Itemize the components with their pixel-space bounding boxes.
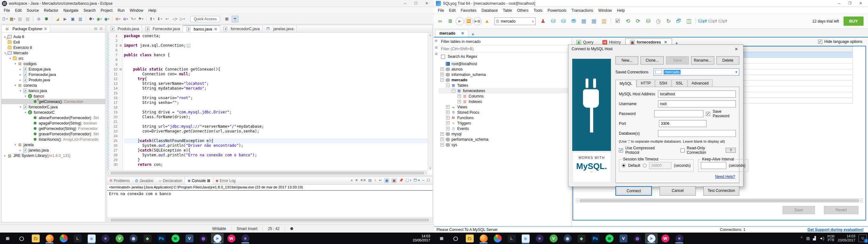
- external-tools-icon[interactable]: ✱▾: [88, 16, 95, 23]
- timeout-input[interactable]: [649, 162, 671, 169]
- table-data-icon[interactable]: ▦: [589, 17, 598, 26]
- refresh-icon[interactable]: ⟳: [633, 17, 643, 26]
- menu-file[interactable]: File: [435, 8, 446, 13]
- restore-icon[interactable]: ⊡: [100, 27, 103, 31]
- editor-hscrollbar[interactable]: ‹›: [107, 170, 428, 175]
- expander-icon[interactable]: +: [440, 138, 444, 141]
- new-button[interactable]: New...: [615, 56, 638, 64]
- connection-tab-mercado[interactable]: mercado ✕: [435, 30, 468, 37]
- show-stderr-icon[interactable]: ▣: [392, 178, 397, 183]
- connect-button[interactable]: Connect: [615, 186, 652, 196]
- eclipse-taskbar-icon[interactable]: ≡: [99, 233, 112, 243]
- search-icon[interactable]: ▥: [77, 16, 84, 23]
- tree-item-mercado[interactable]: ▾!Mercado: [2, 50, 105, 56]
- menu-search[interactable]: Search: [81, 8, 98, 13]
- quick-access-box[interactable]: Quick Access: [190, 16, 220, 22]
- notification-center-icon[interactable]: 🗨2: [859, 235, 867, 242]
- menu-transactions[interactable]: Transactions: [569, 8, 596, 13]
- editor-tab-fornecedor.java[interactable]: JFornecedor.java: [142, 25, 183, 32]
- green-v-app-icon[interactable]: V: [113, 233, 126, 243]
- file-explorer-icon[interactable]: 🗀: [463, 233, 476, 243]
- tree-item-views[interactable]: +∞Views: [438, 104, 571, 110]
- default-radio[interactable]: [622, 163, 626, 167]
- console-tab-javadoc[interactable]: @Javadoc: [132, 177, 156, 184]
- buy-button[interactable]: BUY: [843, 17, 864, 26]
- new-interface-icon[interactable]: ⊛▾: [122, 16, 129, 23]
- dialog-tab-mysql[interactable]: MySQL: [615, 80, 637, 87]
- crystal-app-icon[interactable]: ◆: [85, 233, 98, 243]
- readonly-checkbox[interactable]: [681, 148, 685, 152]
- start-button[interactable]: ⊞: [435, 233, 448, 243]
- debug-icon[interactable]: ⚉: [43, 16, 50, 23]
- explain-icon[interactable]: ▶▦: [473, 17, 482, 25]
- minimize-icon[interactable]: ─: [422, 178, 425, 183]
- tablet-mode-icon[interactable]: ▤: [806, 236, 810, 241]
- sqlyog-taskbar-icon[interactable]: ➤: [645, 233, 658, 243]
- new-java-project-icon[interactable]: ▦▾: [9, 16, 16, 23]
- username-field[interactable]: [658, 100, 736, 108]
- tree-item-fornecedor-java[interactable]: ▸JFornecedor.java: [2, 72, 105, 77]
- expander-icon[interactable]: −: [440, 78, 444, 82]
- forward-icon[interactable]: ▷▾: [179, 16, 186, 23]
- run-last-icon[interactable]: ◢: [54, 16, 61, 23]
- cortana-icon[interactable]: ◯: [15, 233, 28, 243]
- photoshop-icon[interactable]: Ps: [155, 233, 168, 243]
- tree-item-root-localhost[interactable]: root@localhost: [438, 61, 571, 66]
- sync-icon[interactable]: ⛁⇄: [698, 17, 707, 26]
- new-class-icon[interactable]: ⊕▾: [114, 16, 121, 23]
- v-blue-app-icon[interactable]: V: [617, 233, 630, 243]
- close-icon[interactable]: ✕: [855, 0, 866, 7]
- expander-icon[interactable]: +: [446, 116, 450, 119]
- rename-button[interactable]: Rename...: [691, 56, 714, 64]
- console-output[interactable]: Erro na conexão com o banco: [107, 191, 432, 214]
- expander-icon[interactable]: −: [446, 84, 450, 87]
- expander-icon[interactable]: +: [446, 121, 450, 125]
- menu-window[interactable]: Window: [127, 8, 146, 13]
- open-console-icon[interactable]: 🗔 ▾: [414, 178, 420, 183]
- menu-navigate[interactable]: Navigate: [61, 8, 81, 13]
- menu-others[interactable]: Others: [515, 8, 531, 13]
- expander-icon[interactable]: +: [446, 105, 450, 109]
- snippets-icon[interactable]: ▥: [435, 52, 438, 55]
- chevron-down-icon[interactable]: ▼: [735, 70, 738, 74]
- hide-language-checkbox[interactable]: [818, 40, 822, 44]
- tree-item-getconexao-[interactable]: SgetConexao() : Connection: [2, 99, 105, 104]
- tree-item-information-schema[interactable]: +information_schema: [438, 72, 571, 77]
- menu-favorites[interactable]: Favorites: [458, 8, 479, 13]
- menu-database[interactable]: Database: [479, 8, 500, 13]
- volume-icon[interactable]: ◄): [819, 236, 824, 241]
- tree-item-apagafornecedor-string-[interactable]: apagaFornecedor(String) : boolean: [2, 120, 105, 126]
- remove-launch-icon[interactable]: ✕: [355, 178, 358, 183]
- new-connection-icon[interactable]: ∞: [435, 17, 445, 26]
- expander-icon[interactable]: +: [440, 67, 444, 71]
- tree-item-performance-schema[interactable]: +performance_schema: [438, 136, 571, 142]
- tray-clock[interactable]: 14:0323/05/2017: [838, 234, 855, 242]
- firefox-icon[interactable]: [43, 233, 56, 243]
- tree-item-codigos[interactable]: ▾⊞codigos: [2, 61, 105, 66]
- debug-bug-icon[interactable]: ◉▾: [103, 16, 110, 23]
- dialog-tab-advanced[interactable]: Advanced: [687, 80, 713, 87]
- start-button[interactable]: ⊞: [1, 233, 14, 243]
- menu-project[interactable]: Project: [98, 8, 115, 13]
- menu-help[interactable]: Help: [615, 8, 627, 13]
- next-annotation-icon[interactable]: ⬇▾: [156, 16, 163, 23]
- new-wizard-icon[interactable]: 🗋▾: [1, 16, 8, 23]
- close-connection-icon[interactable]: ✕: [461, 31, 464, 36]
- cancel-button[interactable]: Cancel: [659, 186, 695, 196]
- view-menu-icon[interactable]: ⊟: [94, 27, 97, 31]
- terminate-icon[interactable]: ■: [351, 178, 353, 183]
- tree-item-getfornecedor-string-[interactable]: getFornecedor(String) : Fornecedor: [2, 126, 105, 131]
- menu-source[interactable]: Source: [24, 8, 41, 13]
- pin-console-icon[interactable]: 📌: [399, 178, 403, 183]
- expander-icon[interactable]: +: [440, 73, 444, 76]
- tree-item-exercicio-8[interactable]: Exercicio 8: [2, 45, 105, 50]
- refresh-object-icon[interactable]: ⟲: [623, 17, 632, 26]
- help-button[interactable]: ?: [726, 148, 736, 153]
- green-v-app-icon[interactable]: V: [547, 233, 560, 243]
- wampserver-icon[interactable]: W: [225, 233, 238, 243]
- language-indicator[interactable]: PORPTB: [827, 235, 835, 242]
- tree-item-src[interactable]: ▾src: [2, 56, 105, 61]
- menu-edit[interactable]: Edit: [12, 8, 24, 13]
- chrome-icon[interactable]: [491, 233, 504, 243]
- user-manager-icon[interactable]: ♟: [538, 17, 548, 26]
